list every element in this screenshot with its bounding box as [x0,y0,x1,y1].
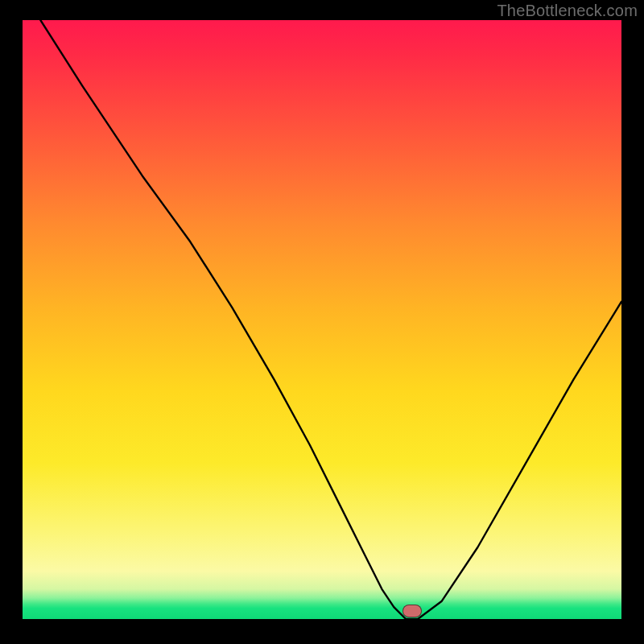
plot-area [23,20,621,619]
watermark-text: TheBottleneck.com [497,2,638,20]
bottleneck-curve [23,20,621,619]
optimum-marker [402,605,422,617]
chart-frame: TheBottleneck.com [0,0,644,644]
